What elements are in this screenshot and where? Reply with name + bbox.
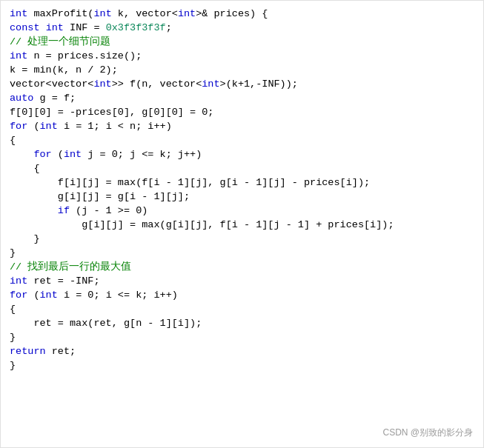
code-line: ret = max(ret, g[n - 1][i]);: [1, 316, 483, 330]
code-line: g[i][j] = max(g[i][j], f[i - 1][j - 1] +…: [1, 218, 483, 232]
code-line: f[i][j] = max(f[i - 1][j], g[i - 1][j] -…: [1, 175, 483, 190]
code-line: // 找到最后一行的最大值: [1, 260, 483, 274]
code-line: for (int j = 0; j <= k; j++): [1, 147, 483, 161]
code-line: {: [1, 133, 483, 147]
code-line: for (int i = 0; i <= k; i++): [1, 288, 483, 302]
code-line: const int INF = 0x3f3f3f3f;: [1, 21, 483, 35]
code-line: int ret = -INF;: [1, 274, 483, 288]
code-line: {: [1, 161, 483, 175]
code-line: g[i][j] = g[i - 1][j];: [1, 190, 483, 204]
code-block: int maxProfit(int k, vector<int>& prices…: [0, 0, 484, 448]
code-line: }: [1, 246, 483, 260]
code-lines: int maxProfit(int k, vector<int>& prices…: [1, 7, 483, 372]
code-line: vector<vector<int>> f(n, vector<int>(k+1…: [1, 77, 483, 91]
watermark: CSDN @别致的影分身: [382, 426, 473, 440]
code-line: {: [1, 302, 483, 316]
code-line: // 处理一个细节问题: [1, 35, 483, 49]
code-line: auto g = f;: [1, 91, 483, 105]
code-line: k = min(k, n / 2);: [1, 63, 483, 77]
code-line: return ret;: [1, 344, 483, 358]
code-line: }: [1, 358, 483, 372]
code-line: for (int i = 1; i < n; i++): [1, 119, 483, 133]
code-line: int maxProfit(int k, vector<int>& prices…: [1, 7, 483, 21]
code-line: }: [1, 330, 483, 344]
code-line: if (j - 1 >= 0): [1, 204, 483, 218]
code-line: int n = prices.size();: [1, 49, 483, 63]
code-line: }: [1, 232, 483, 246]
code-line: f[0][0] = -prices[0], g[0][0] = 0;: [1, 105, 483, 119]
